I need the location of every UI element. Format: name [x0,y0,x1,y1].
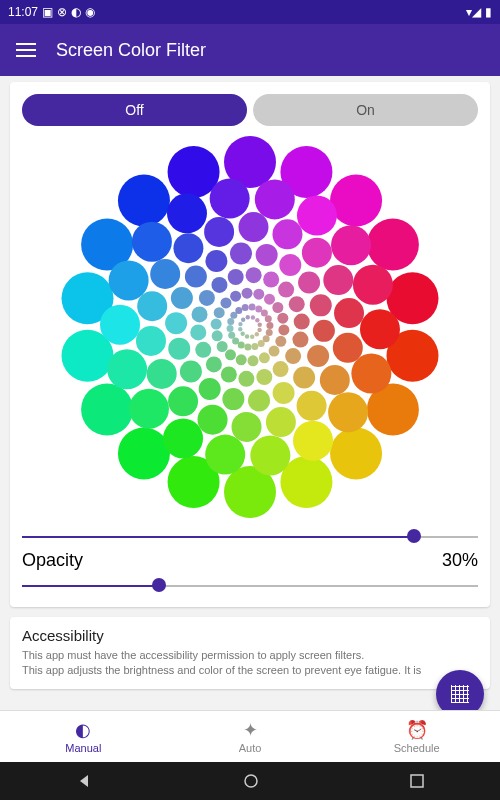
color-wheel[interactable] [40,132,460,522]
svg-point-102 [214,307,225,318]
svg-point-74 [294,314,310,330]
svg-point-73 [289,296,305,312]
svg-point-129 [250,335,254,339]
svg-point-112 [258,340,265,347]
svg-point-37 [302,238,332,268]
notification-icon: ⊗ [57,5,67,19]
svg-point-20 [331,225,371,265]
app-bar: Screen Color Filter [0,24,500,76]
recent-icon[interactable] [410,774,424,788]
svg-point-86 [211,277,227,293]
svg-point-108 [265,315,272,322]
system-nav [0,762,500,800]
svg-point-116 [232,337,239,344]
nav-schedule[interactable]: ⏰ Schedule [333,711,500,762]
svg-point-64 [180,361,202,383]
svg-point-22 [360,309,400,349]
svg-point-35 [210,179,250,219]
nav-manual[interactable]: ◐ Manual [0,711,167,762]
svg-point-21 [353,265,393,305]
svg-point-88 [246,267,262,283]
home-icon[interactable] [244,774,258,788]
svg-point-71 [256,244,278,266]
svg-point-132 [238,327,242,331]
svg-point-87 [228,269,244,285]
svg-point-90 [272,302,283,313]
svg-point-133 [238,322,242,326]
toggle-on-button[interactable]: On [253,94,478,126]
svg-point-43 [266,407,296,437]
svg-point-46 [168,386,198,416]
svg-point-101 [211,319,222,330]
svg-point-62 [222,388,244,410]
nav-label: Auto [239,742,262,754]
notification-icon: ▣ [42,5,53,19]
svg-point-93 [275,336,286,347]
svg-point-7 [330,427,382,479]
svg-point-19 [297,196,337,236]
svg-point-44 [232,412,262,442]
app-title: Screen Color Filter [56,40,206,61]
svg-point-77 [273,361,289,377]
svg-point-137 [255,318,259,322]
svg-point-66 [165,312,187,334]
opacity-value: 30% [442,550,478,571]
accessibility-card[interactable]: Accessibility This app must have the acc… [10,617,490,689]
svg-point-32 [109,260,149,300]
svg-point-124 [255,306,262,313]
svg-point-69 [205,250,227,272]
contrast-icon: ◐ [73,720,93,740]
svg-point-52 [204,217,234,247]
svg-point-45 [198,405,228,435]
svg-point-82 [195,342,211,358]
svg-point-75 [292,332,308,348]
svg-point-76 [285,348,301,364]
svg-point-29 [129,389,169,429]
svg-point-58 [307,345,329,367]
svg-point-89 [263,271,279,287]
svg-point-38 [323,265,353,295]
menu-icon[interactable] [16,43,36,57]
svg-point-49 [137,291,167,321]
svg-point-135 [246,315,250,319]
svg-point-92 [278,324,289,335]
svg-point-42 [297,391,327,421]
svg-point-126 [258,323,262,327]
svg-point-23 [351,354,391,394]
svg-point-70 [230,243,252,265]
svg-point-55 [298,271,320,293]
svg-point-95 [259,352,270,363]
svg-point-109 [266,322,273,329]
notification-icon: ◉ [85,5,95,19]
svg-point-103 [220,297,231,308]
svg-point-2 [330,175,382,227]
svg-point-98 [225,349,236,360]
svg-point-33 [132,222,172,262]
opacity-slider[interactable] [22,575,478,595]
svg-point-85 [199,290,215,306]
back-icon[interactable] [76,773,92,789]
svg-point-107 [264,294,275,305]
svg-point-122 [242,304,249,311]
status-bar: 11:07 ▣ ⊗ ◐ ◉ ▾◢ ▮ [0,0,500,24]
svg-point-26 [250,435,290,475]
bottom-nav: ◐ Manual ✦ Auto ⏰ Schedule [0,710,500,762]
svg-point-84 [192,306,208,322]
svg-point-51 [173,233,203,263]
nav-auto[interactable]: ✦ Auto [167,711,334,762]
svg-point-72 [278,282,294,298]
svg-point-3 [367,219,419,271]
svg-point-27 [205,435,245,475]
svg-point-104 [230,291,241,302]
toggle-off-button[interactable]: Off [22,94,247,126]
svg-point-113 [251,343,258,350]
svg-point-96 [247,355,258,366]
svg-point-115 [238,341,245,348]
main-card: Off On Opacity 30% [10,82,490,607]
clock-icon: ⏰ [407,720,427,740]
svg-point-138 [245,775,257,787]
hue-slider[interactable] [22,526,478,546]
svg-point-110 [266,329,273,336]
svg-point-121 [235,307,242,314]
battery-icon: ▮ [485,5,492,19]
